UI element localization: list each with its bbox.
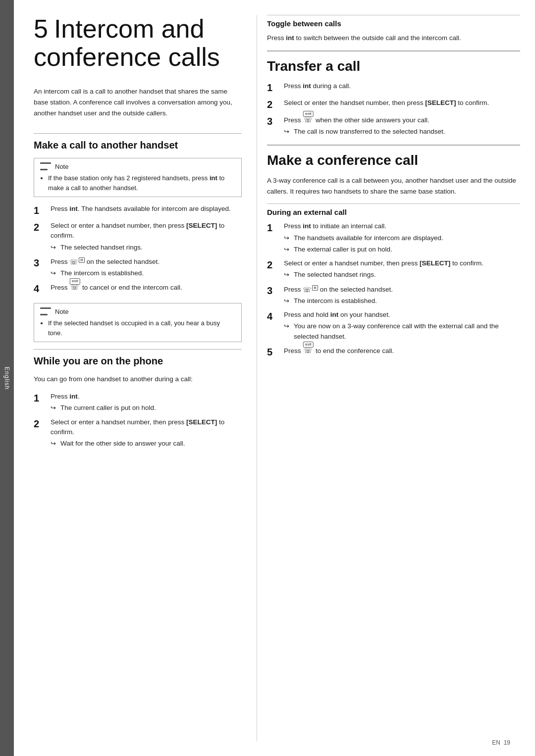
trans-step-3-text: Press exit ☏ when the other side answers… — [284, 116, 429, 124]
during-external-title: During an external call — [267, 203, 520, 216]
step-item: 4 Press exit ☏ to cancel or end the inte… — [34, 282, 242, 295]
wop-step-2-result: ↪ Wait for the other side to answer your… — [51, 439, 242, 449]
page-footer: EN 19 — [492, 739, 510, 746]
right-column: Toggle between calls Press int to switch… — [257, 15, 535, 741]
step-item: 1 Press int to initiate an internal call… — [267, 221, 520, 254]
step-item: 2 Select or enter the handset number, th… — [267, 98, 520, 111]
step-item: 4 Press and hold int on your handset. ↪ … — [267, 310, 520, 342]
transfer-section: Transfer a call 1 Press int during a cal… — [267, 50, 520, 137]
conf-step-2-result: ↪ The selected handset rings. — [284, 270, 520, 280]
step-item: 1 Press int during a call. — [267, 81, 520, 94]
during-external-steps: 1 Press int to initiate an internal call… — [267, 221, 520, 358]
side-tab: English — [0, 0, 14, 756]
step-item: 1 Press int. The handsets available for … — [34, 204, 242, 217]
phone-icon-conf: ☏R — [303, 285, 318, 295]
chapter-title-text: Intercom and conference calls — [34, 14, 220, 71]
step-item: 3 Press exit ☏ when the other side answe… — [267, 115, 520, 137]
while-on-phone-title: While you are on the phone — [34, 349, 242, 367]
conf-step-5-text: Press exit ☏ to end the conference call. — [284, 347, 394, 354]
step-item: 2 Select or enter a handset number, then… — [267, 258, 520, 280]
transfer-steps: 1 Press int during a call. 2 Select or e… — [267, 81, 520, 137]
note-item-1: If the base station only has 2 registere… — [48, 173, 235, 193]
step-3-text: Press ☏R on the selected handset. — [51, 258, 160, 265]
chapter-number: 5 — [34, 14, 48, 43]
conf-step-1-result-1: ↪ The handsets available for intercom ar… — [284, 233, 520, 243]
wop-step-1-result: ↪ The current caller is put on hold. — [51, 403, 242, 413]
conference-title: Make a conference call — [267, 145, 520, 168]
note-icon-2 — [40, 307, 51, 315]
transfer-title: Transfer a call — [267, 50, 520, 74]
conference-section: Make a conference call A 3-way conferenc… — [267, 145, 520, 358]
chapter-description: An intercom call is a call to another ha… — [34, 86, 242, 118]
note-box-2: Note If the selected handset is occupied… — [34, 303, 242, 342]
while-on-phone-steps: 1 Press int. ↪ The current caller is put… — [34, 392, 242, 449]
while-on-phone-section: While you are on the phone You can go fr… — [34, 349, 242, 449]
note-box-1: Note If the base station only has 2 regi… — [34, 158, 242, 197]
conf-step-4-result: ↪ You are now on a 3-way conference call… — [284, 321, 520, 342]
step-item: 5 Press exit ☏ to end the conference cal… — [267, 346, 520, 358]
page-lang: EN — [492, 739, 500, 746]
page-number: 19 — [504, 739, 510, 746]
toggle-section: Toggle between calls Press int to switch… — [267, 15, 520, 44]
note-list-2: If the selected handset is occupied in a… — [40, 318, 235, 338]
conf-step-1-text: Press int to initiate an internal call. — [284, 222, 386, 230]
conf-step-3-result: ↪ The intercom is established. — [284, 296, 520, 306]
make-call-steps: 1 Press int. The handsets available for … — [34, 204, 242, 295]
step-2-result: ↪ The selected handset rings. — [51, 243, 242, 252]
trans-step-1-text: Press int during a call. — [284, 82, 351, 90]
left-column: 5Intercom and conference calls An interc… — [14, 15, 257, 741]
conf-step-4-text: Press and hold int on your handset. — [284, 311, 390, 318]
conf-step-3-text: Press ☏R on the selected handset. — [284, 286, 393, 293]
while-on-phone-desc: You can go from one handset to another d… — [34, 374, 242, 385]
step-4-text: Press exit ☏ to cancel or end the interc… — [51, 284, 182, 291]
note-label-2: Note — [55, 308, 68, 315]
conference-desc: A 3-way conference call is a call betwee… — [267, 175, 520, 197]
phone-icon: ☏R — [69, 257, 85, 267]
conf-step-2-text: Select or enter a handset number, then p… — [284, 259, 483, 267]
conf-step-1-result-2: ↪ The external caller is put on hold. — [284, 245, 520, 254]
make-call-section: Make a call to another handset Note If t… — [34, 133, 242, 342]
step-item: 2 Select or enter a handset number, then… — [34, 417, 242, 449]
trans-step-2-text: Select or enter the handset number, then… — [284, 99, 489, 106]
step-1-text: Press int. The handsets available for in… — [51, 205, 231, 212]
step-3-result: ↪ The intercom is established. — [51, 268, 242, 278]
make-call-title: Make a call to another handset — [34, 133, 242, 151]
trans-step-3-result: ↪ The call is now transferred to the sel… — [284, 127, 520, 137]
note-label-1: Note — [55, 163, 68, 170]
step-item: 3 Press ☏R on the selected handset. ↪ Th… — [267, 284, 520, 306]
toggle-desc: Press int to switch between the outside … — [267, 33, 520, 44]
note-icon-1 — [40, 162, 51, 170]
step-2-text: Select or enter a handset number, then p… — [51, 222, 224, 239]
note-item-2: If the selected handset is occupied in a… — [48, 318, 235, 338]
note-header-1: Note — [40, 162, 235, 170]
step-item: 3 Press ☏R on the selected handset. ↪ Th… — [34, 256, 242, 279]
chapter-title: 5Intercom and conference calls — [34, 15, 242, 71]
note-list-1: If the base station only has 2 registere… — [40, 173, 235, 193]
language-label: English — [3, 366, 10, 389]
toggle-title: Toggle between calls — [267, 15, 520, 28]
during-external-section: During an external call 1 Press int to i… — [267, 203, 520, 358]
wop-step-1-text: Press int. — [51, 393, 80, 400]
step-item: 1 Press int. ↪ The current caller is put… — [34, 392, 242, 413]
note-header-2: Note — [40, 307, 235, 315]
step-item: 2 Select or enter a handset number, then… — [34, 221, 242, 252]
wop-step-2-text: Select or enter a handset number, then p… — [51, 418, 224, 436]
